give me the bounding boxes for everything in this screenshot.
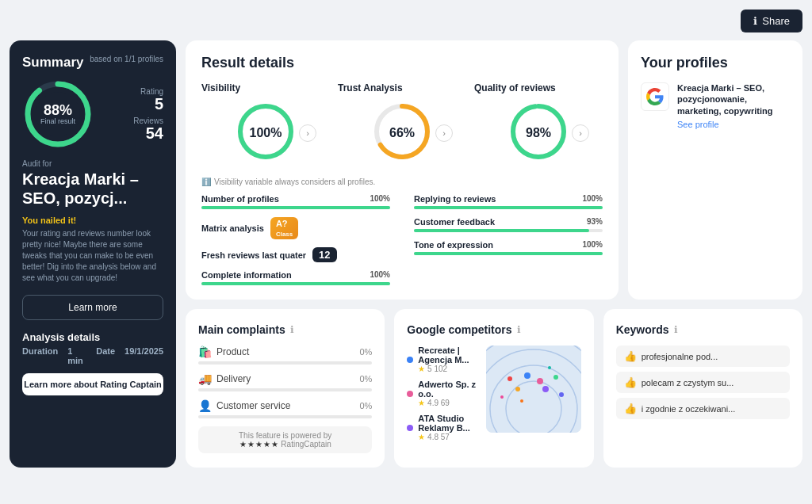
reviews-value: 54	[133, 125, 163, 141]
powered-label: This feature is powered by	[206, 431, 364, 440]
trust-metric: Trust Analysis 66% ›	[338, 82, 466, 166]
competitors-info-icon[interactable]: ℹ	[517, 324, 521, 335]
customer-label-text: Customer service	[216, 400, 290, 411]
learn-more-button[interactable]: Learn more	[22, 295, 163, 320]
audit-name: Kreacja Marki – SEO, pozycj...	[22, 170, 163, 208]
trust-pct: 66%	[389, 126, 415, 140]
powered-stars: ★★★★★	[239, 440, 279, 449]
competitors-list: Recreate | Agencja M... ★ 5 102 Adwerto …	[407, 346, 477, 448]
rating-item: Rating 5	[140, 87, 163, 112]
see-profile-link[interactable]: See profile	[677, 120, 719, 129]
result-bottom-right: Replying to reviews 100% Customer feedba…	[414, 194, 603, 285]
summary-card: Summary based on 1/1 profiles 88% Final …	[10, 40, 176, 468]
svg-point-15	[537, 378, 543, 384]
competitor-3: ATA Studio Reklamy B... ★ 4.8 57	[407, 414, 477, 441]
complaint-delivery: 🚚 Delivery 0%	[198, 372, 372, 391]
powered-rating: ★★★★★ RatingCaptain	[206, 440, 364, 449]
trust-circle-wrap: 66% ›	[370, 100, 434, 166]
comp-reviews-2: 69	[441, 399, 450, 407]
complaint-customer-label: 👤 Customer service 0%	[198, 399, 372, 412]
analysis-row: Duration 1 min Date 19/1/2025	[22, 346, 163, 365]
quality-chevron[interactable]: ›	[572, 124, 589, 142]
gauge-circle: 88% Final result	[22, 78, 94, 150]
delivery-icon: 🚚	[198, 372, 212, 385]
number-profiles-title: Number of profiles 100%	[201, 194, 390, 204]
product-label-text: Product	[216, 346, 249, 357]
svg-point-18	[553, 375, 558, 380]
quality-metric: Quality of reviews 98% ›	[474, 82, 603, 166]
share-button[interactable]: ℹ Share	[741, 10, 802, 32]
matrix-badge-sub: Class	[276, 231, 293, 238]
audit-for-label: Audit for	[22, 159, 163, 168]
svg-point-17	[515, 387, 520, 391]
quality-pct: 98%	[526, 126, 551, 140]
profile-item: Kreacja Marki – SEO, pozycjonowanie, mar…	[641, 82, 790, 131]
comp-name-3: ATA Studio Reklamy B...	[418, 414, 477, 433]
date-value: 19/1/2025	[124, 346, 163, 365]
product-icon: 🛍️	[198, 346, 212, 358]
complete-info-title: Complete information 100%	[201, 270, 390, 280]
date-label: Date	[96, 346, 115, 365]
visibility-metric: Visibility 100% ›	[201, 82, 330, 166]
keywords-card: Keywords ℹ 👍 profesjonalne pod... 👍 pole…	[603, 309, 802, 468]
svg-point-20	[559, 392, 564, 397]
quality-title: Quality of reviews	[474, 82, 556, 94]
complaint-delivery-label: 🚚 Delivery 0%	[198, 372, 372, 385]
comp-info-1: Recreate | Agencja M... ★ 5 102	[418, 346, 477, 373]
trust-title: Trust Analysis	[338, 82, 403, 94]
replying-label: Replying to reviews	[414, 194, 496, 204]
keywords-info-icon[interactable]: ℹ	[674, 324, 678, 335]
profile-name: Kreacja Marki – SEO, pozycjonowanie, mar…	[677, 82, 790, 116]
keyword-2: 👍 polecam z czystym su...	[616, 372, 790, 393]
replying-fill	[414, 206, 603, 209]
comp-info-3: ATA Studio Reklamy B... ★ 4.8 57	[418, 414, 477, 441]
product-pct: 0%	[359, 347, 372, 357]
visibility-chevron[interactable]: ›	[299, 124, 316, 142]
thumbs-up-icon-1: 👍	[624, 350, 637, 362]
customer-service-icon: 👤	[198, 399, 212, 412]
keywords-title-row: Keywords ℹ	[616, 323, 790, 336]
share-label: Share	[762, 15, 790, 27]
google-logo	[641, 82, 669, 111]
visibility-circle-wrap: 100% ›	[234, 100, 297, 166]
complaint-product-label: 🛍️ Product 0%	[198, 346, 372, 358]
tone-bar	[414, 252, 603, 255]
tone-title: Tone of expression 100%	[414, 240, 603, 250]
comp-stars-2: 4.9	[427, 399, 439, 407]
reviews-item: Reviews 54	[133, 116, 163, 141]
powered-box: This feature is powered by ★★★★★ RatingC…	[198, 426, 372, 453]
svg-point-22	[548, 366, 551, 369]
comp-dot-1	[407, 357, 413, 363]
customer-feedback-label: Customer feedback	[414, 217, 495, 227]
competitor-1: Recreate | Agencja M... ★ 5 102	[407, 346, 477, 373]
product-bar	[198, 361, 372, 365]
replying-pct: 100%	[582, 194, 603, 204]
svg-point-16	[542, 386, 549, 392]
comp-name-2: Adwerto Sp. z o.o.	[418, 380, 477, 399]
delivery-label-text: Delivery	[216, 373, 251, 384]
comp-stats-1: ★ 5 102	[418, 365, 477, 373]
thumbs-up-icon-3: 👍	[624, 403, 637, 414]
complaints-title-row: Main complaints ℹ	[198, 323, 372, 336]
customer-feedback-title: Customer feedback 93%	[414, 217, 603, 227]
keyword-text-1: profesjonalne pod...	[642, 352, 718, 361]
learn-more-about-button[interactable]: Learn more about Rating Captain	[22, 373, 163, 395]
trust-chevron[interactable]: ›	[435, 124, 453, 142]
powered-name: RatingCaptain	[281, 440, 331, 449]
comp-stars-1: 5	[427, 365, 432, 373]
complaints-title: Main complaints	[198, 323, 285, 336]
complaints-info-icon[interactable]: ℹ	[290, 324, 294, 335]
summary-header: Summary based on 1/1 profiles	[22, 55, 163, 71]
visibility-pct: 100%	[250, 126, 282, 140]
nailed-text: Your rating and reviews number look pret…	[22, 228, 163, 284]
delivery-pct: 0%	[359, 374, 372, 384]
svg-rect-9	[486, 346, 581, 433]
customer-pct: 0%	[359, 401, 372, 410]
number-profiles-bar	[201, 206, 390, 209]
matrix-badge: A? Class	[270, 217, 298, 239]
keyword-text-2: polecam z czystym su...	[642, 378, 734, 388]
comp-reviews-3: 57	[441, 433, 450, 441]
competitors-content: Recreate | Agencja M... ★ 5 102 Adwerto …	[407, 346, 580, 448]
visibility-title: Visibility	[201, 82, 240, 94]
keywords-title: Keywords	[616, 323, 669, 336]
